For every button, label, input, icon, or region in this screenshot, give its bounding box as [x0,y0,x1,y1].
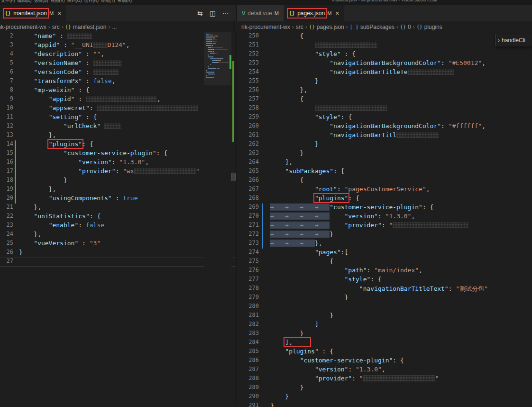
code-line[interactable]: 272→ → → → } [237,231,532,240]
code-line[interactable]: 16 "version": "1.3.0", [0,158,236,167]
breadcrumb-item[interactable]: subPackages [360,24,394,30]
line-number[interactable]: 9 [0,95,13,104]
code-line[interactable]: 15 "customer-service-plugin": { [0,149,236,158]
line-number[interactable]: 257 [237,95,259,104]
line-number[interactable]: 15 [0,149,13,158]
line-number[interactable]: 252 [237,50,259,59]
code-line[interactable]: 266 { [237,176,532,185]
line-number[interactable]: 250 [237,32,259,41]
line-number[interactable]: 270 [237,213,259,222]
line-number[interactable]: 24 [0,231,13,240]
scrollbar-handle[interactable] [231,173,236,181]
breadcrumb-item[interactable]: manifest.json [73,24,107,30]
line-number[interactable]: 5 [0,59,13,68]
line-number[interactable]: 8 [0,86,13,95]
code-line[interactable]: 269→ → → → "customer-service-plugin": { [237,204,532,213]
line-number[interactable]: 269 [237,204,259,213]
line-number[interactable]: 26 [0,249,13,258]
line-number[interactable]: 20 [0,194,13,204]
close-tab-icon[interactable]: × [335,9,339,17]
code-line[interactable]: 291} [237,402,532,407]
line-number[interactable]: 25 [0,240,13,249]
line-number[interactable]: 284 [237,339,259,348]
code-line[interactable]: 283 } [237,330,532,339]
code-line[interactable]: 274 "pages":[ [237,249,532,258]
code-line[interactable]: 259 "style": { [237,113,532,122]
line-number[interactable]: 10 [0,104,13,113]
line-number[interactable]: 286 [237,357,259,366]
code-line[interactable]: 257 { [237,95,532,104]
line-number[interactable]: 11 [0,113,13,122]
breadcrumb-item[interactable]: pages.json [317,24,344,30]
code-line[interactable]: 11 "setting" : { [0,113,236,122]
code-line[interactable]: 287 "version": "1.3.0", [237,366,532,375]
code-line[interactable]: 12 "urlCheck" [0,122,236,131]
tab-manifest-json[interactable]: {} manifest.json M × [0,5,66,21]
code-line[interactable]: 17 "provider": "wx" [0,167,236,176]
breadcrumb-item[interactable]: src [296,24,303,30]
line-number[interactable]: 275 [237,258,259,267]
code-line[interactable]: 290 } [237,393,532,402]
line-number[interactable]: 291 [237,402,259,407]
line-number[interactable]: 27 [0,258,13,267]
line-number[interactable]: 7 [0,77,13,86]
code-line[interactable]: 25 "vueVersion" : "3" [0,240,236,249]
code-line[interactable]: 254 "navigationBarTitleTe [237,68,532,77]
code-line[interactable]: 26} [0,249,236,258]
line-number[interactable]: 16 [0,158,13,167]
line-number[interactable]: 287 [237,366,259,375]
line-number[interactable]: 272 [237,231,259,240]
line-number[interactable]: 282 [237,321,259,330]
breadcrumb-item[interactable]: nk-procurement-wx [241,24,290,30]
code-line[interactable]: 278 "navigationBarTitleText": "测试分包" [237,285,532,294]
code-line[interactable]: 258 [237,104,532,113]
code-line[interactable]: 268 "plugins": { [237,194,532,204]
code-line[interactable]: 2 "name" : [0,32,236,41]
breadcrumb-item[interactable]: 0 [408,24,411,30]
line-number[interactable]: 289 [237,384,259,393]
code-line[interactable]: 284 ], [237,339,532,348]
code-line[interactable]: 289 } [237,384,532,393]
code-line[interactable]: 250 { [237,32,532,41]
line-number[interactable]: 262 [237,140,259,149]
tab-detail-vue[interactable]: V detail.vue M [237,5,284,21]
more-actions-icon[interactable]: ⋯ [222,9,229,17]
code-line[interactable]: 288 "provider": "" [237,375,532,384]
code-line[interactable]: 256 }, [237,86,532,95]
line-number[interactable]: 254 [237,68,259,77]
line-number[interactable]: 13 [0,131,13,140]
code-line[interactable]: 24 }, [0,231,236,240]
line-number[interactable]: 267 [237,185,259,194]
code-line[interactable]: 285 "plugins" : { [237,348,532,357]
code-area[interactable]: 2 "name" : 3 "appid" : "__UNID124",4 "de… [0,32,236,267]
code-line[interactable]: 261 "navigationBarTitl [237,131,532,140]
code-line[interactable]: 3 "appid" : "__UNID124", [0,41,236,50]
line-number[interactable]: 280 [237,303,259,312]
line-number[interactable]: 273 [237,240,259,249]
line-number[interactable]: 277 [237,276,259,285]
code-line[interactable]: 8 "mp-weixin" : { [0,86,236,95]
code-line[interactable]: 5 "versionName" : [0,59,236,68]
code-line[interactable]: 277 "style": { [237,276,532,285]
open-changes-icon[interactable]: ⇆ [197,9,203,17]
line-number[interactable]: 2 [0,32,13,41]
code-line[interactable]: 279 } [237,294,532,303]
line-number[interactable]: 14 [0,140,13,149]
code-line[interactable]: 251 [237,41,532,50]
line-number[interactable]: 274 [237,249,259,258]
code-line[interactable]: 262 } [237,140,532,149]
line-number[interactable]: 256 [237,86,259,95]
code-line[interactable]: 14 "plugins": { [0,140,236,149]
code-line[interactable]: 286 "customer-service-plugin": { [237,357,532,366]
line-number[interactable]: 258 [237,104,259,113]
code-line[interactable]: 22 "uniStatistics": { [0,213,236,222]
menubar-items[interactable]: 文件(F) 编辑(E) 选择(S) 视图(V) 转到(G) 运行(R) 终端(T… [1,0,132,4]
code-line[interactable]: 18 } [0,176,236,185]
code-line[interactable]: 20 "usingComponents" : true [0,194,236,204]
line-number[interactable]: 12 [0,122,13,131]
code-line[interactable]: 275 { [237,258,532,267]
line-number[interactable]: 17 [0,167,13,176]
code-line[interactable]: 270→ → → → "version": "1.3.0", [237,213,532,222]
line-number[interactable]: 253 [237,59,259,68]
line-number[interactable]: 288 [237,375,259,384]
